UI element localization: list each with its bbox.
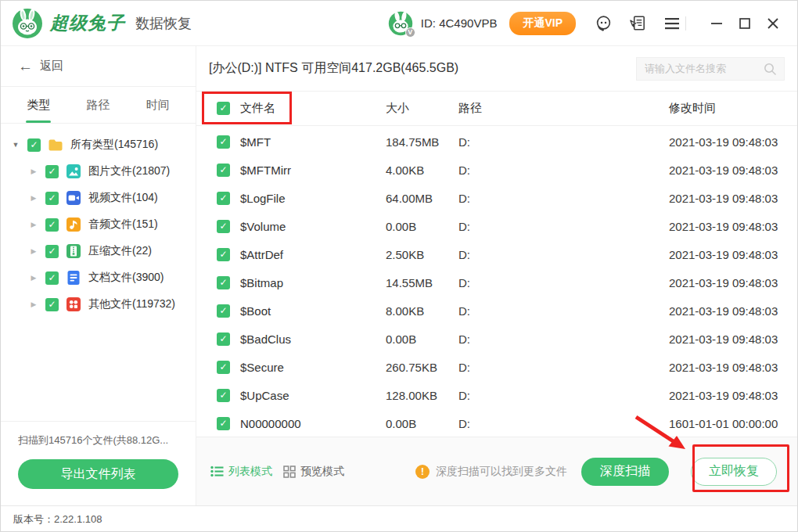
file-name: $BadClus [240,332,291,346]
open-vip-button[interactable]: 开通VIP [509,12,576,35]
tab-time[interactable]: 时间 [128,87,188,123]
tree-item-label: 文档文件(3900) [88,271,164,285]
file-modified: 2021-03-19 09:48:03 [669,361,786,374]
file-size: 14.55MB [386,276,458,289]
customer-service-icon[interactable] [593,13,613,34]
expand-arrow-icon[interactable]: ▶ [29,221,38,228]
expand-arrow-icon[interactable]: ▶ [29,194,38,202]
file-name: $MFT [240,135,271,149]
vip-v-badge: V [405,27,415,38]
folder-icon [48,137,63,153]
file-size: 184.75MB [386,135,458,149]
table-row[interactable]: ✓$AttrDef 2.50KB D: 2021-03-19 09:48:03 [196,240,797,268]
file-type-tree: ▼ ✓ 所有类型(145716) ▶ ✓ 图片文件(21807) [1,124,196,421]
checkbox-checked-icon[interactable]: ✓ [45,298,59,311]
preview-mode-toggle[interactable]: 预览模式 [283,465,344,479]
file-name: $MFTMirr [240,164,291,177]
checkbox-checked-icon[interactable]: ✓ [27,138,41,152]
row-checkbox[interactable]: ✓ [217,332,230,346]
tree-item-videos[interactable]: ▶ ✓ 视频文件(104) [1,185,196,211]
feedback-icon[interactable] [627,13,648,34]
search-icon[interactable] [756,58,784,80]
file-size: 0.00B [386,332,458,346]
file-path: D: [458,332,669,346]
file-path: D: [458,248,669,261]
table-row[interactable]: ✓$UpCase 128.00KB D: 2021-03-19 09:48:03 [196,381,797,409]
other-file-icon [66,297,81,312]
menu-icon[interactable] [662,13,682,34]
table-row[interactable]: ✓$Secure 260.75KB D: 2021-03-19 09:48:03 [196,353,797,381]
recover-now-button[interactable]: 立即恢复 [691,458,777,486]
maximize-button[interactable] [735,13,755,34]
expand-arrow-icon[interactable]: ▶ [29,300,38,308]
tree-item-label: 其他文件(119732) [88,297,175,311]
row-checkbox[interactable]: ✓ [217,135,230,149]
checkbox-checked-icon[interactable]: ✓ [45,192,59,205]
row-checkbox[interactable]: ✓ [217,389,230,402]
column-filename[interactable]: 文件名 [240,101,275,116]
sidebar-bottom-panel: 扫描到145716个文件(共88.12G... 导出文件列表 [1,421,196,505]
file-name: $Secure [240,361,284,374]
checkbox-checked-icon[interactable]: ✓ [45,271,59,285]
tab-type[interactable]: 类型 [9,87,68,123]
minimize-button[interactable] [706,13,727,34]
expand-arrow-icon[interactable]: ▶ [29,274,38,282]
table-row[interactable]: ✓$MFT 184.75MB D: 2021-03-19 09:48:03 [196,128,797,156]
column-size[interactable]: 大小 [386,101,458,116]
audio-file-icon [66,217,81,232]
table-row[interactable]: ✓$LogFile 64.00MB D: 2021-03-19 09:48:03 [196,184,797,212]
tree-item-label: 所有类型(145716) [70,138,158,152]
back-arrow-icon: ← [18,58,33,75]
file-path: D: [458,389,669,402]
file-size: 64.00MB [386,192,458,205]
row-checkbox[interactable]: ✓ [217,361,230,374]
row-checkbox[interactable]: ✓ [217,220,230,233]
row-checkbox[interactable]: ✓ [217,304,230,318]
table-row[interactable]: ✓N00000000 0.00B D: 1601-01-01 00:00:00 [196,409,797,437]
row-checkbox[interactable]: ✓ [217,248,230,261]
collapse-arrow-icon[interactable]: ▼ [11,141,20,149]
user-avatar[interactable]: V [388,11,413,36]
file-path: D: [458,417,669,430]
app-subtitle: 数据恢复 [135,14,192,33]
file-name: N00000000 [240,417,301,430]
preview-mode-label: 预览模式 [300,465,344,479]
column-modified[interactable]: 修改时间 [669,101,786,116]
expand-arrow-icon[interactable]: ▶ [29,167,38,175]
file-table: ✓$MFT 184.75MB D: 2021-03-19 09:48:03 ✓$… [196,126,797,437]
row-checkbox[interactable]: ✓ [217,192,230,205]
checkbox-checked-icon[interactable]: ✓ [45,218,59,232]
column-path[interactable]: 路径 [458,101,669,116]
list-mode-toggle[interactable]: 列表模式 [210,465,272,479]
expand-arrow-icon[interactable]: ▶ [29,247,38,255]
export-file-list-button[interactable]: 导出文件列表 [18,459,178,489]
file-modified: 2021-03-19 09:48:03 [669,248,786,261]
table-row[interactable]: ✓$Bitmap 14.55MB D: 2021-03-19 09:48:03 [196,268,797,297]
table-row[interactable]: ✓$BadClus 0.00B D: 2021-03-19 09:48:03 [196,325,797,353]
tree-item-archives[interactable]: ▶ ✓ 压缩文件(22) [1,238,196,264]
deep-scan-button[interactable]: 深度扫描 [581,458,669,486]
row-checkbox[interactable]: ✓ [217,164,230,177]
back-button[interactable]: ← 返回 [1,46,196,87]
tree-item-documents[interactable]: ▶ ✓ 文档文件(3900) [1,264,196,291]
tree-item-images[interactable]: ▶ ✓ 图片文件(21807) [1,158,196,185]
tree-item-others[interactable]: ▶ ✓ 其他文件(119732) [1,291,196,318]
table-row[interactable]: ✓$Volume 0.00B D: 2021-03-19 09:48:03 [196,212,797,240]
file-name: $Bitmap [240,276,283,289]
close-button[interactable] [763,13,783,34]
file-name: $Boot [240,304,271,318]
table-row[interactable]: ✓$Boot 8.00KB D: 2021-03-19 09:48:03 [196,297,797,325]
checkbox-checked-icon[interactable]: ✓ [45,245,59,258]
tree-item-label: 压缩文件(22) [88,244,152,258]
table-row[interactable]: ✓$MFTMirr 4.00KB D: 2021-03-19 09:48:03 [196,156,797,184]
checkbox-checked-icon[interactable]: ✓ [45,165,59,178]
row-checkbox[interactable]: ✓ [217,276,230,289]
tree-item-all-types[interactable]: ▼ ✓ 所有类型(145716) [1,131,196,158]
file-modified: 2021-03-19 09:48:03 [669,192,786,205]
row-checkbox[interactable]: ✓ [217,417,230,430]
tree-item-audio[interactable]: ▶ ✓ 音频文件(151) [1,211,196,238]
search-input[interactable] [637,63,756,74]
tab-path[interactable]: 路径 [68,87,128,123]
select-all-checkbox[interactable]: ✓ [217,102,230,115]
sidebar: ← 返回 类型 路径 时间 ▼ ✓ 所有类型(145716) ▶ [1,46,196,505]
